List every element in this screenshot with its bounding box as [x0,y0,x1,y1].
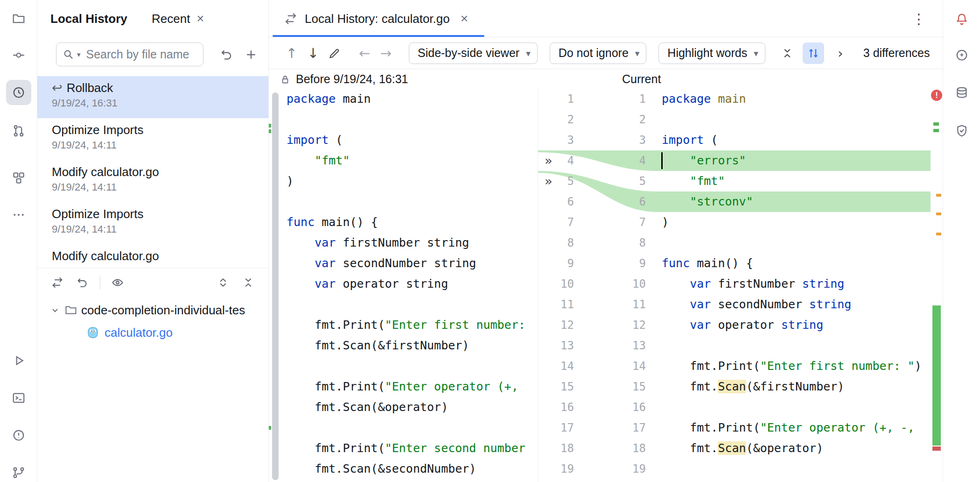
history-entry[interactable]: ↩Rollback9/19/24, 16:31 [37,76,268,118]
close-icon[interactable]: × [196,12,204,26]
viewer-mode-dropdown[interactable]: Side-by-side viewer ▾ [409,43,538,64]
problems-icon[interactable] [6,423,31,448]
diff-code-region: package mainimport ( "fmt")func main() {… [269,89,943,482]
code-line: fmt.Scan(&operator) [658,438,931,459]
history-entry-title: Modify calculator.go [52,164,159,180]
warning-tick [936,213,941,215]
close-icon[interactable]: × [461,11,468,26]
more-icon[interactable] [6,202,31,227]
collapse-all-button[interactable] [238,272,259,293]
rollback-icon: ↩ [52,80,63,96]
line-number: 18 [538,438,646,459]
diff-pane-headers: Before 9/19/24, 16:31 Current [269,69,943,89]
preview-eye-button[interactable] [107,272,128,293]
back-button[interactable]: ← [354,43,375,64]
tree-folder-row[interactable]: code-completion-individual-tes [37,299,268,321]
changed-files-tree: code-completion-individual-tes calculato… [37,299,268,344]
go-file-icon [86,326,100,340]
terminal-icon[interactable] [6,385,31,411]
history-entry[interactable]: Modify calculator.go9/19/24, 14:11 [37,160,268,202]
code-line: fmt.Scan(&secondNumber) [287,459,538,479]
forward-button[interactable]: → [375,43,397,64]
line-number: 2 [538,109,646,130]
history-list: ↩Rollback9/19/24, 16:31Optimize Imports9… [37,76,268,286]
local-history-icon[interactable] [6,80,31,105]
viewer-mode-value: Side-by-side viewer [418,46,519,60]
revert-button[interactable] [216,44,238,65]
more-options-icon[interactable]: ⋮ [912,0,926,37]
tab-local-history-label: Local History [50,12,127,26]
line-number: 1 [538,89,646,109]
run-icon[interactable] [6,348,31,373]
rollback-button[interactable] [72,272,93,293]
current-code-pane[interactable]: package mainimport ( "errors" "fmt" "str… [658,89,931,482]
text-caret [661,152,663,169]
ai-assistant-icon[interactable] [949,43,974,68]
line-number: 8 [538,233,646,253]
editor-tab-bar: Local History: calculator.go × ⋮ [269,0,943,37]
line-number: 19 [538,459,646,479]
structure-icon[interactable] [6,165,31,191]
line-number: 3 [538,130,646,150]
left-tool-stripe [0,0,37,482]
shield-icon[interactable] [949,118,974,143]
code-line: package main [658,89,931,109]
tree-file-row[interactable]: calculator.go [37,321,268,344]
change-tick [269,129,271,133]
code-line: fmt.Scan(&operator) [287,397,538,418]
change-block-tick [932,305,941,446]
before-code-pane[interactable]: package mainimport ( "fmt")func main() {… [281,89,538,482]
code-line [287,356,538,376]
history-entry-date: 9/19/24, 14:11 [52,181,268,194]
chevron-down-icon[interactable] [49,305,61,316]
active-tab-indicator [273,35,484,37]
edit-button[interactable] [324,43,345,64]
editor-tab[interactable]: Local History: calculator.go × [273,0,479,37]
left-pane-scrollbar[interactable] [269,89,281,482]
next-difference-button[interactable]: ↓ [302,43,324,64]
search-input[interactable]: ▾ Search by file name [56,43,203,66]
chevron-down-icon: ▾ [754,48,758,58]
search-placeholder: Search by file name [86,48,189,61]
project-folder-icon[interactable] [6,6,31,31]
highlight-mode-value: Highlight words [667,46,747,60]
sync-scroll-button[interactable] [803,43,824,64]
line-number: 13 [538,335,646,356]
change-marker-icon[interactable]: » [545,150,565,171]
history-entry[interactable]: Optimize Imports9/19/24, 14:11 [37,202,268,244]
error-indicator-icon[interactable]: ! [931,90,942,101]
tab-recent[interactable]: Recent × [152,0,204,37]
line-number: 9 [538,253,646,274]
highlight-mode-dropdown[interactable]: Highlight words ▾ [658,43,765,64]
history-entry[interactable]: Optimize Imports9/19/24, 14:11 [37,118,268,160]
notifications-icon[interactable] [949,6,974,31]
whitespace-policy-dropdown[interactable]: Do not ignore ▾ [550,43,647,64]
commit-icon[interactable] [6,43,31,68]
history-preview-toolbar [37,268,268,297]
diff-toolbar: ↑ ↓ ← → Side-by-side viewer ▾ Do not ign… [269,37,943,69]
code-line: "strconv" [658,191,931,212]
code-line: var firstNumber string [287,233,538,253]
pull-requests-icon[interactable] [6,118,31,143]
current-header: Current [622,69,661,89]
database-icon[interactable] [949,80,974,105]
change-marker-icon[interactable]: » [545,171,565,191]
code-line: "fmt" [287,150,538,171]
code-line: package main [287,89,538,109]
code-line: var secondNumber string [287,253,538,274]
scrollbar-thumb[interactable] [272,92,279,480]
version-control-icon[interactable] [6,460,31,482]
previous-difference-button[interactable]: ↑ [281,43,302,64]
code-line [658,459,931,479]
collapse-unchanged-button[interactable] [777,43,798,64]
folder-icon [64,304,77,317]
tab-local-history[interactable]: Local History [50,0,127,37]
chevron-down-icon: ▾ [635,48,640,58]
show-diff-button[interactable] [47,272,68,293]
add-label-button[interactable] [240,44,262,65]
chevron-right-icon[interactable]: › [830,43,851,64]
code-line: import ( [658,130,931,150]
expand-all-button[interactable] [212,272,234,293]
error-stripe[interactable]: ! [931,89,943,482]
history-entry-title: Modify calculator.go [52,248,159,264]
